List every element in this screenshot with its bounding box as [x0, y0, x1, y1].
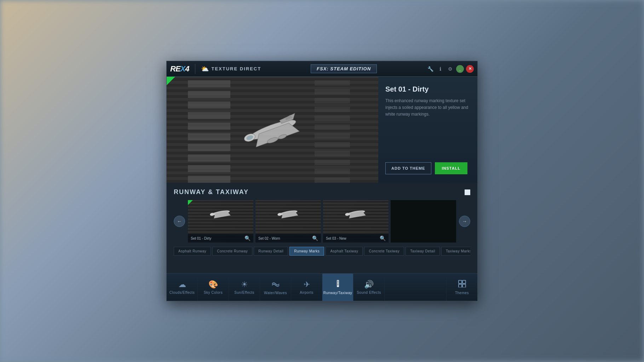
sub-tab-runway-detail[interactable]: Runway Detail — [254, 247, 288, 256]
nav-label-themes: Themes — [455, 291, 469, 295]
nav-item-clouds[interactable]: ☁ Clouds/Effects — [167, 274, 198, 301]
carousel-next-button[interactable]: → — [459, 216, 470, 227]
item-2-zoom-icon[interactable]: 🔍 — [312, 235, 318, 241]
themes-nav-icon — [458, 280, 466, 290]
svg-rect-21 — [459, 280, 462, 284]
nav-item-airports[interactable]: ✈ Airports — [291, 274, 322, 301]
install-button[interactable]: INSTALL — [435, 162, 468, 174]
item-2-label: Set 02 - Worn 🔍 — [255, 234, 321, 243]
texture-section: RUNWAY & TAXIWAY ← Set 01 - Dirty — [167, 183, 477, 273]
section-title: RUNWAY & TAXIWAY — [174, 188, 249, 196]
item-1-label: Set 01 - Dirty 🔍 — [188, 234, 253, 243]
carousel-items: Set 01 - Dirty 🔍 Set 02 - Worn — [188, 200, 456, 243]
app-logo: REX4 — [170, 64, 189, 74]
preview-image — [167, 77, 378, 183]
item-3-label-text: Set 03 - New — [326, 237, 346, 240]
nav-item-spacer — [385, 274, 447, 301]
title-bar: REX4 ⛅ TEXTURE DIRECT FSX: STEAM EDITION… — [167, 61, 477, 77]
nav-label-water: Water/Waves — [264, 291, 287, 295]
title-divider — [195, 64, 195, 74]
wrench-icon[interactable]: 🔧 — [426, 65, 434, 73]
bottom-nav: ☁ Clouds/Effects 🎨 Sky Colors ☀ Sun/Effe… — [167, 273, 477, 301]
cloud-logo-icon: ⛅ — [201, 65, 209, 73]
item-3-label: Set 03 - New 🔍 — [323, 234, 389, 243]
svg-rect-18 — [338, 281, 338, 282]
preview-title: Set 01 - Dirty — [385, 85, 470, 93]
carousel-prev-button[interactable]: ← — [174, 216, 185, 227]
gear-icon[interactable]: ⚙ — [446, 65, 454, 73]
runway-marks-right — [315, 77, 350, 183]
svg-rect-19 — [338, 282, 338, 284]
sky-nav-icon: 🎨 — [208, 280, 218, 289]
section-header: RUNWAY & TAXIWAY — [174, 188, 470, 196]
item-selected-corner — [188, 200, 193, 205]
carousel-item-1[interactable]: Set 01 - Dirty 🔍 — [188, 200, 253, 243]
sub-tab-concrete-taxiway[interactable]: Concrete Taxiway — [364, 247, 404, 256]
item-3-zoom-icon[interactable]: 🔍 — [380, 235, 386, 241]
add-to-theme-button[interactable]: ADD TO THEME — [385, 162, 431, 174]
svg-rect-22 — [462, 280, 466, 284]
preview-area: Set 01 - Dirty This enhanced runway mark… — [167, 77, 477, 183]
sub-tab-asphalt-runway[interactable]: Asphalt Runway — [174, 247, 211, 256]
title-bar-right: 🔧 ℹ ⚙ _ ✕ — [426, 65, 474, 73]
runway-nav-icon — [333, 280, 343, 290]
nav-label-sun: Sun/Effects — [234, 291, 254, 294]
runway-marks-left — [188, 77, 230, 183]
preview-description: This enhanced runway marking texture set… — [385, 98, 470, 118]
item-2-label-text: Set 02 - Worn — [258, 237, 280, 240]
cloud-nav-icon: ☁ — [178, 280, 186, 289]
title-bar-left: REX4 ⛅ TEXTURE DIRECT — [170, 64, 261, 74]
nav-label-airports: Airports — [300, 291, 313, 294]
sub-tab-concrete-runway[interactable]: Concrete Runway — [212, 247, 252, 256]
nav-item-sun-effects[interactable]: ☀ Sun/Effects — [229, 274, 260, 301]
svg-rect-23 — [459, 284, 462, 287]
plane-nav-icon: ✈ — [304, 280, 310, 289]
app-window: REX4 ⛅ TEXTURE DIRECT FSX: STEAM EDITION… — [166, 61, 478, 301]
sub-tab-asphalt-taxiway[interactable]: Asphalt Taxiway — [326, 247, 363, 256]
svg-rect-24 — [462, 284, 466, 287]
nav-item-themes[interactable]: Themes — [447, 274, 477, 301]
sub-tab-runway-marks[interactable]: Runway Marks — [289, 247, 324, 256]
info-icon[interactable]: ℹ — [436, 65, 444, 73]
nav-item-runway[interactable]: Runway/Taxiway — [322, 274, 353, 301]
item-1-label-text: Set 01 - Dirty — [191, 237, 211, 240]
nav-item-water-waves[interactable]: Water/Waves — [260, 274, 291, 301]
water-nav-icon — [271, 280, 280, 290]
carousel-item-4-empty — [391, 200, 456, 243]
selected-indicator-corner — [167, 77, 175, 85]
preview-info-panel: Set 01 - Dirty This enhanced runway mark… — [378, 77, 477, 183]
section-indicator — [465, 189, 470, 195]
sub-tab-taxiway-detail[interactable]: Taxiway Detail — [406, 247, 440, 256]
sun-nav-icon: ☀ — [241, 280, 248, 289]
carousel-item-2[interactable]: Set 02 - Worn 🔍 — [255, 200, 321, 243]
carousel-area: ← Set 01 - Dirty 🔍 — [174, 200, 470, 243]
preview-buttons: ADD TO THEME INSTALL — [385, 162, 470, 174]
nav-item-sky-colors[interactable]: 🎨 Sky Colors — [198, 274, 229, 301]
sub-tab-taxiway-marks[interactable]: Taxiway Marks — [441, 247, 470, 256]
item-1-zoom-icon[interactable]: 🔍 — [245, 235, 251, 241]
close-button[interactable]: ✕ — [466, 65, 474, 73]
nav-label-runway: Runway/Taxiway — [323, 291, 352, 295]
nav-label-sound: Sound Effects — [357, 291, 381, 294]
carousel-item-3[interactable]: Set 03 - New 🔍 — [323, 200, 389, 243]
preview-info-text: Set 01 - Dirty This enhanced runway mark… — [385, 85, 470, 118]
app-subtitle: TEXTURE DIRECT — [212, 66, 261, 71]
sound-nav-icon: 🔊 — [364, 280, 374, 289]
sub-tabs: Asphalt Runway Concrete Runway Runway De… — [174, 247, 470, 256]
svg-rect-20 — [338, 284, 338, 285]
title-bar-center: FSX: STEAM EDITION — [261, 64, 426, 73]
edition-badge: FSX: STEAM EDITION — [311, 64, 377, 73]
nav-label-sky: Sky Colors — [204, 291, 223, 294]
nav-label-clouds: Clouds/Effects — [169, 291, 195, 294]
nav-item-sound[interactable]: 🔊 Sound Effects — [353, 274, 385, 301]
minimize-button[interactable]: _ — [456, 65, 464, 73]
